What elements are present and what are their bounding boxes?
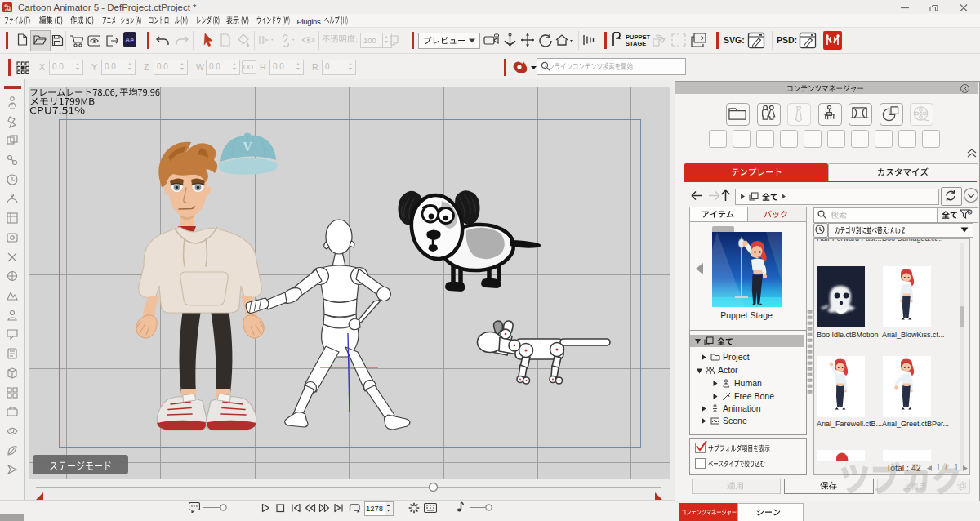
svg-text:V: V: [243, 140, 252, 154]
svg-text:0: 0: [969, 209, 971, 214]
